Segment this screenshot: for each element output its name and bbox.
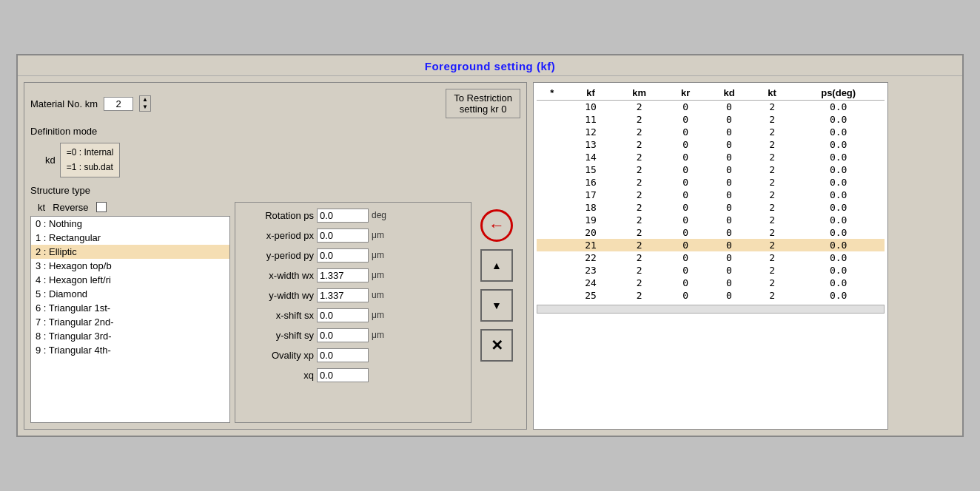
cell-ps: 0.0 — [792, 264, 885, 277]
cell-ps: 0.0 — [792, 176, 885, 189]
cell-ps: 0.0 — [792, 277, 885, 289]
cell-km: 2 — [614, 163, 665, 176]
kd-options[interactable]: =0 : Internal =1 : sub.dat — [60, 143, 121, 177]
table-row[interactable]: 13 2 0 0 2 0.0 — [537, 138, 885, 151]
cell-kf: 14 — [568, 151, 614, 163]
param-input[interactable] — [317, 328, 369, 342]
cell-ps: 0.0 — [792, 151, 885, 163]
cell-kd: 0 — [706, 176, 752, 189]
table-row[interactable]: 16 2 0 0 2 0.0 — [537, 176, 885, 189]
param-label: y-period py — [240, 250, 314, 261]
param-row: x-shift sx μm — [240, 308, 466, 322]
list-item[interactable]: 2 : Elliptic — [31, 245, 229, 259]
list-item[interactable]: 8 : Triangular 3rd- — [31, 329, 229, 343]
table-row[interactable]: 14 2 0 0 2 0.0 — [537, 151, 885, 163]
structure-list[interactable]: 0 : Nothing1 : Rectangular2 : Elliptic3 … — [30, 216, 230, 423]
cell-kt: 2 — [752, 163, 793, 176]
horizontal-scrollbar[interactable] — [537, 305, 885, 314]
left-split: kt Reverse 0 : Nothing1 : Rectangular2 :… — [30, 202, 520, 423]
param-label: x-width wx — [240, 270, 314, 281]
close-button[interactable]: ✕ — [480, 329, 513, 362]
list-item[interactable]: 7 : Triangular 2nd- — [31, 315, 229, 329]
definition-mode-label: Definition mode — [30, 126, 520, 137]
param-row: x-period px μm — [240, 228, 466, 243]
table-row[interactable]: 24 2 0 0 2 0.0 — [537, 277, 885, 289]
col-star: * — [537, 86, 568, 101]
param-label: y-width wy — [240, 290, 314, 301]
cell-star — [537, 189, 568, 201]
kd-option-0[interactable]: =0 : Internal — [67, 146, 114, 160]
param-unit: μm — [372, 250, 394, 260]
param-unit: μm — [372, 330, 394, 340]
param-input[interactable] — [317, 228, 369, 243]
list-item[interactable]: 0 : Nothing — [31, 217, 229, 231]
cell-kt: 2 — [752, 151, 793, 163]
cell-kf: 12 — [568, 126, 614, 138]
cell-km: 2 — [614, 226, 665, 239]
list-item[interactable]: 5 : Diamond — [31, 287, 229, 301]
cell-km: 2 — [614, 264, 665, 277]
cell-kf: 18 — [568, 201, 614, 214]
cell-km: 2 — [614, 113, 665, 126]
spinner-down[interactable]: ▼ — [140, 104, 150, 111]
arrow-left-button[interactable]: ← — [480, 209, 513, 242]
param-input[interactable] — [317, 308, 369, 322]
list-item[interactable]: 9 : Triangular 4th- — [31, 343, 229, 357]
material-spinner[interactable]: ▲ ▼ — [139, 95, 151, 112]
table-row[interactable]: 25 2 0 0 2 0.0 — [537, 289, 885, 302]
down-button[interactable]: ▼ — [480, 289, 513, 322]
cell-ps: 0.0 — [792, 189, 885, 201]
cell-ps: 0.0 — [792, 239, 885, 251]
param-unit: μm — [372, 230, 394, 240]
param-input[interactable] — [317, 368, 369, 382]
table-row[interactable]: 22 2 0 0 2 0.0 — [537, 251, 885, 264]
table-row[interactable]: 12 2 0 0 2 0.0 — [537, 126, 885, 138]
param-input[interactable] — [317, 348, 369, 362]
list-item[interactable]: 6 : Triangular 1st- — [31, 301, 229, 315]
up-button[interactable]: ▲ — [480, 249, 513, 282]
table-row[interactable]: 21 2 0 0 2 0.0 — [537, 239, 885, 251]
param-label: xq — [240, 370, 314, 381]
param-unit: μm — [372, 270, 394, 280]
cell-kf: 24 — [568, 277, 614, 289]
table-row[interactable]: 19 2 0 0 2 0.0 — [537, 214, 885, 226]
cell-kr: 0 — [665, 239, 706, 251]
spinner-up[interactable]: ▲ — [140, 96, 150, 104]
param-unit: um — [372, 290, 394, 300]
cell-kr: 0 — [665, 138, 706, 151]
list-item[interactable]: 3 : Hexagon top/b — [31, 259, 229, 273]
table-row[interactable]: 17 2 0 0 2 0.0 — [537, 189, 885, 201]
cell-star — [537, 151, 568, 163]
reverse-checkbox[interactable] — [96, 202, 107, 212]
cell-kf: 10 — [568, 101, 614, 114]
cell-kd: 0 — [706, 264, 752, 277]
cell-ps: 0.0 — [792, 126, 885, 138]
param-input[interactable] — [317, 268, 369, 282]
cell-kt: 2 — [752, 214, 793, 226]
param-input[interactable] — [317, 288, 369, 302]
kd-option-1[interactable]: =1 : sub.dat — [67, 160, 114, 175]
table-row[interactable]: 11 2 0 0 2 0.0 — [537, 113, 885, 126]
param-input[interactable] — [317, 248, 369, 263]
cell-ps: 0.0 — [792, 201, 885, 214]
table-row[interactable]: 20 2 0 0 2 0.0 — [537, 226, 885, 239]
table-row[interactable]: 18 2 0 0 2 0.0 — [537, 201, 885, 214]
cell-kr: 0 — [665, 277, 706, 289]
list-item[interactable]: 1 : Rectangular — [31, 231, 229, 245]
param-input[interactable] — [317, 209, 369, 223]
cell-star — [537, 239, 568, 251]
list-section: kt Reverse 0 : Nothing1 : Rectangular2 :… — [30, 202, 230, 423]
cell-km: 2 — [614, 126, 665, 138]
table-row[interactable]: 15 2 0 0 2 0.0 — [537, 163, 885, 176]
cell-km: 2 — [614, 176, 665, 189]
cell-kr: 0 — [665, 101, 706, 114]
list-item[interactable]: 4 : Hexagon left/ri — [31, 273, 229, 287]
restriction-line1: To Restriction — [454, 92, 512, 104]
material-input[interactable] — [104, 97, 133, 111]
table-row[interactable]: 10 2 0 0 2 0.0 — [537, 101, 885, 114]
table-row[interactable]: 23 2 0 0 2 0.0 — [537, 264, 885, 277]
cell-km: 2 — [614, 138, 665, 151]
cell-star — [537, 214, 568, 226]
col-ps: ps(deg) — [792, 86, 885, 101]
cell-kr: 0 — [665, 201, 706, 214]
